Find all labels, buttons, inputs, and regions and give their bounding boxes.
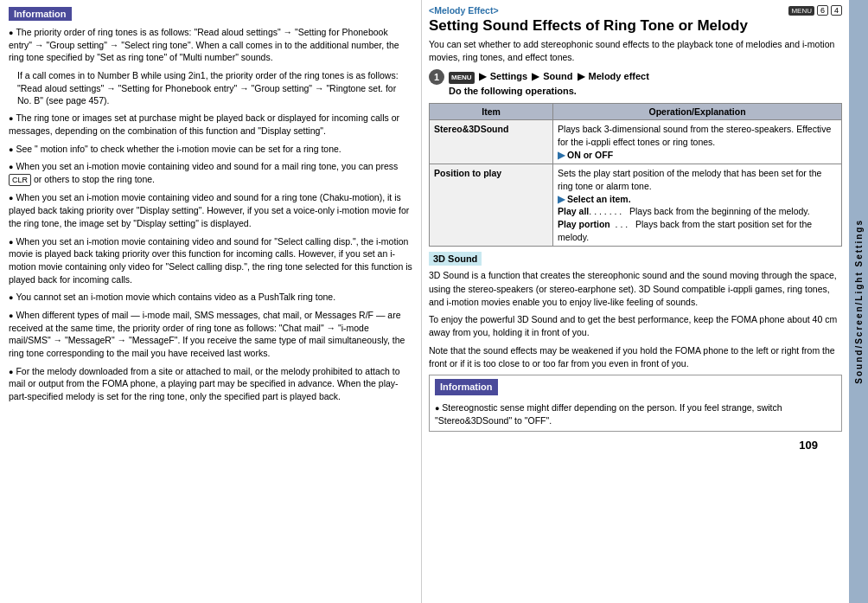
melody-tag: <Melody Effect> [429, 5, 499, 16]
list-item: When you set an i-motion movie containin… [9, 235, 412, 286]
page-title: Setting Sound Effects of Ring Tone or Me… [429, 17, 842, 35]
arrow-icon: ▶ [558, 194, 565, 204]
col-header-item: Item [430, 104, 553, 120]
list-item: When you set an i-motion movie containin… [9, 160, 412, 186]
left-panel: Information The priority order of ring t… [0, 0, 422, 603]
col-header-operation: Operation/Explanation [553, 104, 842, 120]
description-text: You can set whether to add stereophonic … [429, 38, 842, 63]
right-main: <Melody Effect> MENU 6 4 Setting Sound E… [422, 0, 849, 603]
bottom-bullet-text: Stereognostic sense might differ dependi… [435, 402, 782, 426]
menu-icon: MENU [788, 6, 814, 16]
sound-label: Sound [543, 71, 572, 81]
arrow-icon: ▶ [558, 150, 565, 160]
bottom-bullet: ● Stereognostic sense might differ depen… [435, 401, 836, 427]
settings-label: Settings [490, 71, 527, 81]
table-cell-item: Position to play [430, 164, 553, 247]
step-text-block: MENU ▶ Settings ▶ Sound ▶ Melody effect … [449, 69, 649, 99]
bottom-info-label: Information [435, 379, 498, 395]
list-item: You cannot set an i-motion movie which c… [9, 291, 412, 304]
list-item: The priority order of ring tones is as f… [9, 26, 412, 64]
table-cell-operation: Plays back 3-dimensional sound from the … [553, 120, 842, 164]
menu-badge: MENU 6 4 [788, 5, 842, 16]
table-row: Position to play Sets the play start pos… [430, 164, 842, 247]
info-box-left: Information [9, 7, 72, 21]
list-item: The ring tone or images set at purchase … [9, 112, 412, 137]
list-item: When you set an i-motion movie containin… [9, 191, 412, 229]
num-badge-1: 6 [817, 5, 828, 16]
3d-sound-body-3: Note that the sound effects may be weake… [429, 344, 842, 370]
table-cell-operation: Sets the play start position of the melo… [553, 164, 842, 247]
step-line-1: MENU ▶ Settings ▶ Sound ▶ Melody effect [449, 69, 649, 84]
melody-header: <Melody Effect> MENU 6 4 [429, 5, 842, 16]
clr-badge: CLR [9, 174, 31, 187]
page-number: 109 [429, 435, 842, 452]
bullet-list: The priority order of ring tones is as f… [9, 26, 412, 403]
3d-sound-body-2: To enjoy the powerful 3D Sound and to ge… [429, 313, 842, 339]
step-line-2: Do the following operations. [449, 84, 649, 99]
step-instruction: 1 MENU ▶ Settings ▶ Sound ▶ Melody effec… [429, 69, 842, 99]
sidebar-label: Sound/Screen/Light Settings [854, 219, 864, 384]
bottom-info-box: Information ● Stereognostic sense might … [429, 375, 842, 432]
num-badge-2: 4 [831, 5, 842, 16]
3d-sound-header: 3D Sound [429, 252, 482, 266]
list-item: When different types of mail — i-mode ma… [9, 309, 412, 360]
operations-table: Item Operation/Explanation Stereo&3DSoun… [429, 103, 842, 247]
menu-icon-sm: MENU [449, 72, 475, 84]
3d-sound-body-1: 3D Sound is a function that creates the … [429, 269, 842, 309]
right-wrapper: <Melody Effect> MENU 6 4 Setting Sound E… [422, 0, 868, 603]
table-cell-item: Stereo&3DSound [430, 120, 553, 164]
step-number: 1 [429, 69, 444, 85]
table-row: Stereo&3DSound Plays back 3-dimensional … [430, 120, 842, 164]
sidebar-tab: Sound/Screen/Light Settings [849, 0, 868, 603]
right-content: <Melody Effect> MENU 6 4 Setting Sound E… [422, 0, 849, 603]
list-item: If a call comes in to Number B while usi… [17, 69, 412, 107]
list-item: See " motion info" to check whether the … [9, 143, 412, 156]
list-item: For the melody downloaded from a site or… [9, 365, 412, 403]
melody-effect-label: Melody effect [589, 71, 649, 81]
